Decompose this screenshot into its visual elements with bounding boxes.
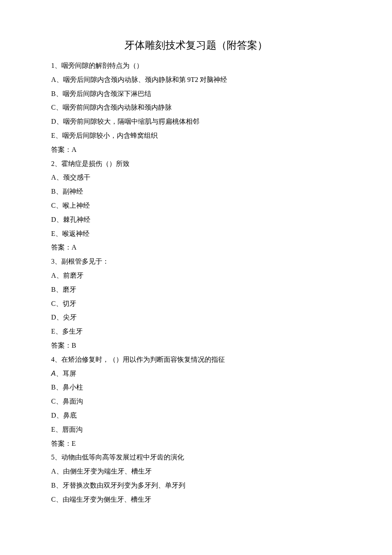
question-stem: 1、咽旁间隙的解剖特点为（） xyxy=(51,59,341,73)
question-option: C、切牙 xyxy=(51,297,341,311)
question-option: D、咽旁前间隙较大，隔咽中缩肌与腭扁桃体相邻 xyxy=(51,115,341,129)
question-option: B、磨牙 xyxy=(51,283,341,297)
question-stem: 2、霍纳症是损伤（）所致 xyxy=(51,157,341,171)
question-stem: 3、副根管多见于： xyxy=(51,255,341,269)
question-option: A、前磨牙 xyxy=(51,269,341,283)
question-option: B、咽旁后间隙内含颈深下淋巴结 xyxy=(51,87,341,101)
question-option: A、咽旁后间隙内含颈内动脉、颈内静脉和第 9T2 对脑神经 xyxy=(51,73,341,87)
question-option: B、鼻小柱 xyxy=(51,381,341,395)
question-stem: 4、在矫治修复时，（）用以作为判断面容恢复情况的指征 xyxy=(51,353,341,367)
question-answer: 答案：A xyxy=(51,143,341,157)
question-option: C、咽旁前间隙内含颈内动脉和颈内静脉 xyxy=(51,101,341,115)
question-option: C、由端生牙变为侧生牙、槽生牙 xyxy=(51,493,341,507)
document-title: 牙体雕刻技术复习题（附答案） xyxy=(51,38,341,52)
question-option: C、喉上神经 xyxy=(51,199,341,213)
question-option: A、由侧生牙变为端生牙、槽生牙 xyxy=(51,465,341,479)
option-letter: A xyxy=(51,370,56,377)
question-option: E、唇面沟 xyxy=(51,423,341,437)
question-option: C、鼻面沟 xyxy=(51,395,341,409)
question-option: B、牙替换次数由双牙列变为多牙列、单牙列 xyxy=(51,479,341,493)
question-answer: 答案：B xyxy=(51,339,341,353)
question-option: B、副神经 xyxy=(51,185,341,199)
question-option: D、棘孔神经 xyxy=(51,213,341,227)
question-answer: 答案：A xyxy=(51,241,341,255)
document-page: 牙体雕刻技术复习题（附答案） 1、咽旁间隙的解剖特点为（）A、咽旁后间隙内含颈内… xyxy=(0,0,392,532)
document-body: 1、咽旁间隙的解剖特点为（）A、咽旁后间隙内含颈内动脉、颈内静脉和第 9T2 对… xyxy=(51,59,341,507)
question-option: E、喉返神经 xyxy=(51,227,341,241)
question-option: D、尖牙 xyxy=(51,311,341,325)
question-option: E、咽旁后间隙较小，内含蜂窝组织 xyxy=(51,129,341,143)
question-option: A、耳屏 xyxy=(51,367,341,381)
question-option: A、颈交感干 xyxy=(51,171,341,185)
question-stem: 5、动物由低等向高等发展过程中牙齿的演化 xyxy=(51,450,341,465)
question-option: E、多生牙 xyxy=(51,325,341,339)
question-answer: 答案：E xyxy=(51,437,341,451)
question-option: D、鼻底 xyxy=(51,409,341,423)
